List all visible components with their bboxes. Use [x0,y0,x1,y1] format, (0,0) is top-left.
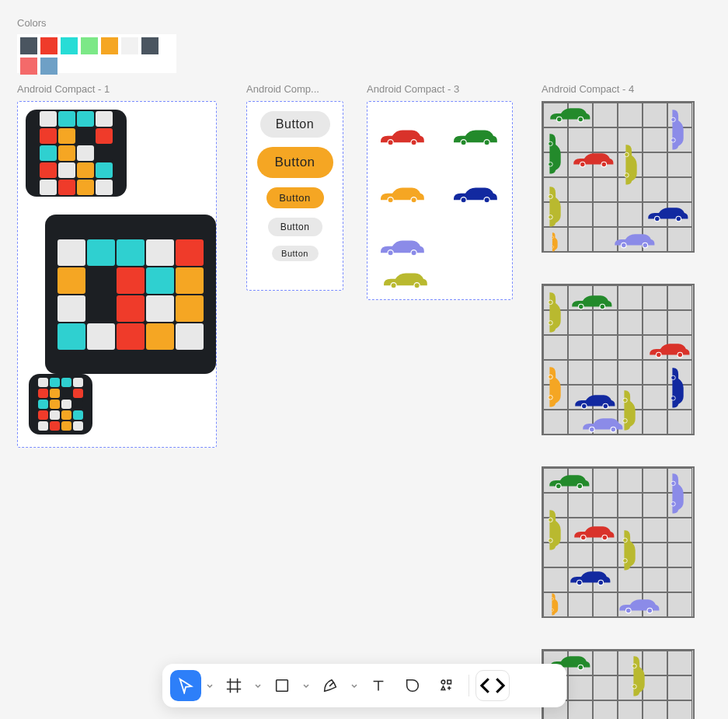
svg-point-11 [414,283,420,288]
puzzle-grid-0[interactable] [542,101,695,253]
grid-car[interactable] [599,232,669,249]
car-sample-4[interactable] [378,237,425,257]
button-sample-1[interactable]: Button [257,147,333,178]
frame-label-3[interactable]: Android Compact - 3 [367,83,459,95]
color-palette [17,34,176,73]
move-tool[interactable] [170,670,201,701]
color-swatch-8[interactable] [40,58,57,75]
grid-car[interactable] [571,151,615,168]
car-sample-1[interactable] [451,127,498,147]
frame-android-compact-3[interactable] [367,101,513,300]
frame-android-compact-2[interactable]: ButtonButtonButtonButtonButton [246,101,343,291]
car-sample-2[interactable] [378,184,425,204]
button-sample-4[interactable]: Button [272,246,319,261]
dev-mode-toggle[interactable] [475,670,510,701]
grid-car[interactable] [630,652,647,699]
svg-point-36 [549,375,553,379]
frame-android-compact-1[interactable] [17,101,217,448]
color-swatch-7[interactable] [20,58,37,75]
grid-car[interactable] [622,129,639,199]
svg-point-37 [549,396,553,400]
grid-car[interactable] [669,363,686,411]
color-swatch-5[interactable] [121,37,138,54]
svg-point-21 [625,173,629,178]
grid-car[interactable] [646,341,692,358]
svg-point-4 [388,197,393,203]
grid-car[interactable] [546,288,563,335]
grid-car[interactable] [571,393,618,410]
puzzle-grid-1[interactable] [542,284,695,435]
frame-tool[interactable] [218,670,249,701]
frame-label-2[interactable]: Android Comp... [246,83,319,95]
svg-point-7 [484,197,489,203]
color-swatch-1[interactable] [40,37,57,54]
svg-point-23 [549,215,553,220]
color-swatch-3[interactable] [81,37,98,54]
comment-tool[interactable] [397,670,428,701]
svg-point-39 [603,403,608,409]
svg-point-33 [600,304,605,309]
grid-car[interactable] [546,106,593,123]
color-swatch-6[interactable] [141,37,158,54]
grid-car[interactable] [546,232,563,252]
frame-tool-chevron[interactable] [253,682,263,689]
grid-car[interactable] [571,524,616,541]
car-sample-5[interactable] [381,270,428,290]
grid-car[interactable] [546,592,563,616]
button-sample-0[interactable]: Button [260,111,330,138]
svg-point-16 [549,141,553,146]
puzzle-grid-2[interactable] [542,466,695,618]
svg-point-40 [671,375,676,380]
svg-point-57 [598,580,604,585]
svg-point-28 [622,243,627,248]
svg-point-22 [549,194,553,199]
grid-car[interactable] [546,363,563,410]
grid-car[interactable] [546,494,563,564]
grid-car[interactable] [570,293,613,310]
grid-car[interactable] [546,182,563,230]
car-sample-3[interactable] [451,184,498,204]
svg-point-34 [657,352,662,358]
svg-point-9 [411,250,416,256]
svg-point-41 [671,396,676,401]
text-tool[interactable] [363,670,394,701]
svg-point-35 [677,352,683,358]
svg-point-58 [552,598,554,600]
grid-car[interactable] [566,569,613,586]
pen-tool-chevron[interactable] [349,682,360,689]
move-tool-chevron[interactable] [204,682,215,689]
svg-point-13 [578,117,583,122]
frame-android-compact-4[interactable] [542,101,705,719]
device-preview-small[interactable] [26,110,127,197]
grid-car[interactable] [669,471,686,515]
svg-point-14 [671,117,676,122]
button-sample-2[interactable]: Button [266,187,324,208]
grid-car[interactable] [604,597,674,614]
grid-car[interactable] [566,416,638,433]
svg-point-63 [578,665,583,670]
color-swatch-2[interactable] [61,37,78,54]
svg-rect-68 [447,680,451,684]
svg-point-31 [549,321,553,326]
grid-car[interactable] [546,473,591,490]
svg-point-38 [582,403,587,409]
rectangle-tool[interactable] [266,670,298,701]
grid-car[interactable] [644,205,691,222]
pen-tool[interactable] [315,670,346,701]
grid-car[interactable] [621,515,638,585]
frame-label-4[interactable]: Android Compact - 4 [542,83,634,95]
device-preview-xsmall[interactable] [29,374,92,435]
actions-tool[interactable] [431,670,462,701]
car-sample-0[interactable] [378,127,425,147]
svg-point-27 [552,246,554,248]
rectangle-tool-chevron[interactable] [301,682,312,689]
frame-label-1[interactable]: Android Compact - 1 [17,83,110,95]
color-swatch-0[interactable] [20,37,37,54]
color-swatch-4[interactable] [101,37,118,54]
button-sample-3[interactable]: Button [268,218,322,236]
svg-point-46 [556,483,562,489]
svg-point-54 [623,538,628,543]
device-preview-large[interactable] [45,215,216,374]
grid-car[interactable] [669,106,686,152]
grid-car[interactable] [546,129,563,177]
